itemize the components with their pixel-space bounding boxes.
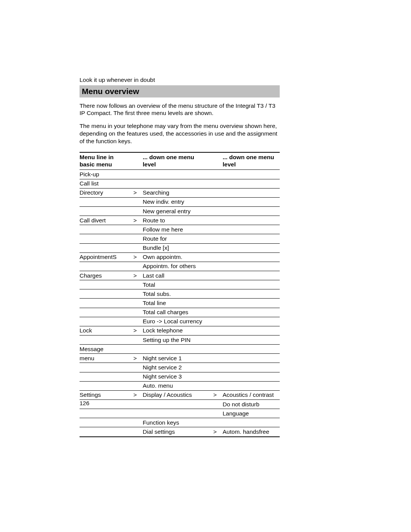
cell-level2: Setting up the PIN <box>143 335 209 345</box>
cell-level3 <box>223 345 280 354</box>
col-header-basic: Menu line in basic menu <box>80 152 129 170</box>
cell-gt2 <box>209 197 223 206</box>
cell-level3: Language <box>223 409 280 418</box>
title-bar: Menu overview <box>80 85 280 97</box>
cell-gt2 <box>209 381 223 390</box>
page-title: Menu overview <box>82 87 277 96</box>
cell-basic <box>80 427 129 437</box>
cell-level3 <box>223 363 280 372</box>
table-row: Call divert>Route to <box>80 216 280 225</box>
cell-level3 <box>223 299 280 308</box>
table-row: Total <box>80 280 280 289</box>
cell-basic: Message <box>80 345 129 354</box>
cell-level2: Bundle [x] <box>143 243 209 252</box>
cell-basic: Charges <box>80 271 129 280</box>
cell-basic <box>80 335 129 345</box>
table-row: Directory>Searching <box>80 188 280 197</box>
cell-level3 <box>223 216 280 225</box>
cell-level3: Acoustics / contrast <box>223 390 280 399</box>
cell-level2 <box>143 179 209 188</box>
cell-gt1 <box>129 317 143 326</box>
menu-table: Menu line in basic menu ... down one men… <box>80 152 280 437</box>
cell-basic <box>80 299 129 308</box>
cell-level2 <box>143 345 209 354</box>
col-header-level2: ... down one menu level <box>143 152 209 170</box>
cell-level3 <box>223 234 280 243</box>
cell-level2: Night service 2 <box>143 363 209 372</box>
cell-level3 <box>223 170 280 179</box>
cell-level3: Autom. handsfree <box>223 427 280 437</box>
cell-level2: Dial settings <box>143 427 209 437</box>
paragraph-2: The menu in your telephone may vary from… <box>80 122 280 145</box>
table-row: Message <box>80 345 280 354</box>
cell-basic <box>80 262 129 271</box>
cell-basic <box>80 225 129 234</box>
cell-gt1 <box>129 308 143 317</box>
cell-gt1: > <box>129 326 143 335</box>
cell-level2: Display / Acoustics <box>143 390 209 399</box>
cell-gt1 <box>129 363 143 372</box>
cell-gt2 <box>209 372 223 381</box>
cell-level3 <box>223 418 280 427</box>
cell-gt1 <box>129 427 143 437</box>
cell-level2 <box>143 170 209 179</box>
cell-gt2 <box>209 262 223 271</box>
table-row: Route for <box>80 234 280 243</box>
table-row: New general entry <box>80 207 280 216</box>
cell-gt2 <box>209 345 223 354</box>
cell-gt2 <box>209 243 223 252</box>
cell-level2: New general entry <box>143 207 209 216</box>
cell-gt1 <box>129 289 143 299</box>
cell-level2: Total line <box>143 299 209 308</box>
cell-basic: Call divert <box>80 216 129 225</box>
cell-gt2 <box>209 179 223 188</box>
table-row: AppointmentS>Own appointm. <box>80 252 280 262</box>
cell-level3 <box>223 354 280 363</box>
cell-level3 <box>223 225 280 234</box>
cell-gt1: > <box>129 271 143 280</box>
cell-level3 <box>223 381 280 390</box>
cell-gt1 <box>129 225 143 234</box>
cell-level3 <box>223 317 280 326</box>
page-number: 126 <box>80 400 89 407</box>
cell-gt1: > <box>129 252 143 262</box>
cell-basic: Call list <box>80 179 129 188</box>
cell-gt2 <box>209 400 223 409</box>
table-row: Appointm. for others <box>80 262 280 271</box>
running-header: Look it up whenever in doubt <box>80 77 280 84</box>
cell-level2: Total call charges <box>143 308 209 317</box>
cell-gt2 <box>209 289 223 299</box>
cell-level3: Do not disturb <box>223 400 280 409</box>
cell-gt1 <box>129 170 143 179</box>
cell-basic <box>80 289 129 299</box>
cell-basic <box>80 317 129 326</box>
table-row: Language <box>80 409 280 418</box>
cell-level2: Appointm. for others <box>143 262 209 271</box>
cell-level3 <box>223 289 280 299</box>
cell-gt1 <box>129 418 143 427</box>
cell-gt2 <box>209 326 223 335</box>
cell-gt1 <box>129 345 143 354</box>
cell-gt2 <box>209 216 223 225</box>
cell-basic <box>80 234 129 243</box>
cell-level3 <box>223 252 280 262</box>
cell-basic: Lock <box>80 326 129 335</box>
cell-level2: Total subs. <box>143 289 209 299</box>
cell-gt2: > <box>209 390 223 399</box>
cell-level2: Night service 1 <box>143 354 209 363</box>
cell-level2 <box>143 400 209 409</box>
cell-basic <box>80 243 129 252</box>
cell-level2: Night service 3 <box>143 372 209 381</box>
cell-gt1 <box>129 400 143 409</box>
col-header-level3: ... down one menu level <box>223 152 280 170</box>
cell-basic <box>80 363 129 372</box>
cell-gt2 <box>209 335 223 345</box>
cell-level2 <box>143 409 209 418</box>
cell-level2: Route to <box>143 216 209 225</box>
col-header-gt1 <box>129 152 143 170</box>
cell-gt2 <box>209 409 223 418</box>
cell-level3 <box>223 335 280 345</box>
cell-gt2 <box>209 252 223 262</box>
document-page: Look it up whenever in doubt Menu overvi… <box>0 0 411 532</box>
cell-level2: Last call <box>143 271 209 280</box>
